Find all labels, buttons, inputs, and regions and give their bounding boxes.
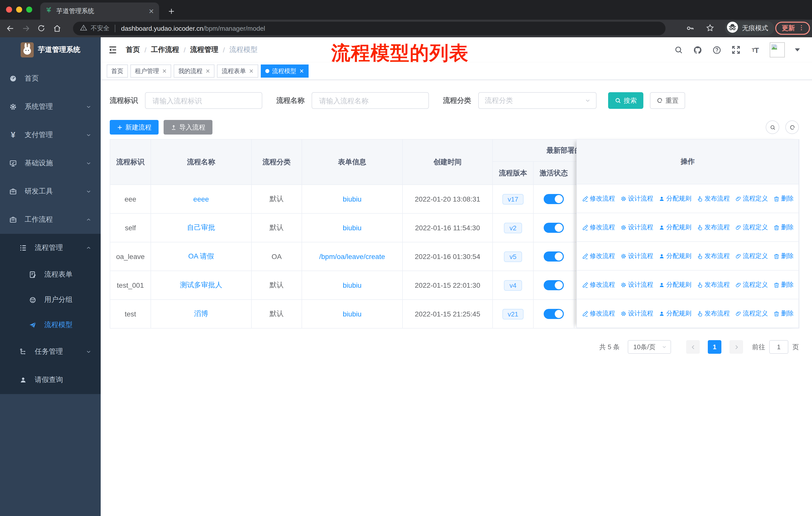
search-button[interactable]: 搜索: [608, 92, 643, 109]
avatar-caret-icon[interactable]: [795, 48, 800, 51]
gear2-action-link[interactable]: 设计流程: [620, 223, 653, 232]
breadcrumb-home[interactable]: 首页: [126, 45, 140, 54]
sidebar-item[interactable]: 用户分组: [0, 287, 101, 313]
tab-close-icon[interactable]: ✕: [148, 8, 154, 15]
active-toggle[interactable]: [544, 309, 564, 319]
edit-action-link[interactable]: 修改流程: [582, 252, 615, 260]
active-toggle[interactable]: [544, 280, 564, 290]
process-name-link[interactable]: OA 请假: [188, 252, 214, 260]
next-page-button[interactable]: [729, 340, 743, 354]
minimize-window-button[interactable]: [16, 6, 22, 12]
close-icon[interactable]: ✕: [299, 65, 304, 77]
tab-item[interactable]: 租户管理✕: [130, 64, 171, 78]
sidebar-item[interactable]: 首页: [0, 64, 101, 93]
show-search-icon[interactable]: [766, 120, 779, 134]
user2-action-link[interactable]: 分配规则: [658, 309, 691, 318]
sidebar-item[interactable]: 基础设施: [0, 149, 101, 178]
sidebar-item[interactable]: ¥支付管理: [0, 121, 101, 149]
hand-action-link[interactable]: 发布流程: [696, 309, 730, 318]
sidebar-item[interactable]: 流程表单: [0, 262, 101, 287]
active-toggle[interactable]: [544, 251, 564, 262]
edit-action-link[interactable]: 修改流程: [582, 223, 615, 232]
user2-action-link[interactable]: 分配规则: [658, 194, 691, 203]
tab-active[interactable]: 流程模型✕: [261, 64, 308, 78]
fold-sidebar-icon[interactable]: [108, 45, 118, 55]
process-name-link[interactable]: 自己审批: [187, 223, 215, 231]
key-icon[interactable]: [686, 24, 695, 35]
process-name-input[interactable]: [312, 92, 429, 109]
hand-action-link[interactable]: 发布流程: [696, 280, 730, 289]
close-icon[interactable]: ✕: [205, 65, 210, 77]
gear2-action-link[interactable]: 设计流程: [620, 194, 653, 203]
trash-action-link[interactable]: 删除: [773, 309, 794, 318]
user2-action-link[interactable]: 分配规则: [658, 223, 691, 232]
user2-action-link[interactable]: 分配规则: [658, 280, 691, 289]
breadcrumb-workflow[interactable]: 工作流程: [151, 45, 179, 54]
create-process-button[interactable]: 新建流程: [110, 120, 158, 135]
close-window-button[interactable]: [6, 6, 12, 12]
sidebar-item[interactable]: 系统管理: [0, 93, 101, 121]
process-name-field[interactable]: [318, 96, 423, 105]
security-label[interactable]: 不安全: [91, 24, 110, 33]
paperclip-action-link[interactable]: 流程定义: [735, 223, 768, 232]
hand-action-link[interactable]: 发布流程: [696, 252, 730, 260]
app-logo[interactable]: 芋道管理系统: [0, 37, 101, 62]
close-icon[interactable]: ✕: [162, 65, 167, 77]
fullscreen-icon[interactable]: [731, 45, 741, 54]
category-select[interactable]: 流程分类: [478, 92, 597, 109]
hand-action-link[interactable]: 发布流程: [696, 194, 730, 203]
sidebar-item[interactable]: 流程模型: [0, 313, 101, 337]
forward-icon[interactable]: [21, 23, 31, 33]
menu-dots-icon[interactable]: [798, 24, 805, 32]
active-toggle[interactable]: [544, 223, 564, 233]
sidebar-item[interactable]: 研发工具: [0, 178, 101, 206]
back-icon[interactable]: [5, 23, 15, 33]
breadcrumb-process-mgmt[interactable]: 流程管理: [190, 45, 219, 54]
home-icon[interactable]: [52, 23, 62, 33]
form-info-link[interactable]: /bpm/oa/leave/create: [319, 252, 385, 261]
tab-item[interactable]: 我的流程✕: [174, 64, 214, 78]
refresh-icon[interactable]: [785, 120, 799, 134]
hand-action-link[interactable]: 发布流程: [696, 223, 730, 232]
help-icon[interactable]: [712, 45, 721, 54]
close-icon[interactable]: ✕: [249, 65, 254, 77]
paperclip-action-link[interactable]: 流程定义: [735, 194, 768, 203]
trash-action-link[interactable]: 删除: [773, 280, 794, 289]
sidebar-item[interactable]: 任务管理: [0, 337, 101, 366]
page-number-1[interactable]: 1: [708, 340, 721, 354]
gear2-action-link[interactable]: 设计流程: [620, 280, 653, 289]
paperclip-action-link[interactable]: 流程定义: [735, 252, 768, 260]
process-name-link[interactable]: 滔博: [194, 309, 208, 318]
tab-item[interactable]: 流程表单✕: [217, 64, 258, 78]
page-size-select[interactable]: 10条/页: [628, 340, 671, 354]
process-id-field[interactable]: [151, 96, 256, 105]
form-info-link[interactable]: biubiu: [343, 310, 362, 318]
update-button[interactable]: 更新: [775, 22, 810, 35]
paperclip-action-link[interactable]: 流程定义: [735, 309, 768, 318]
edit-action-link[interactable]: 修改流程: [582, 194, 615, 203]
gear2-action-link[interactable]: 设计流程: [620, 309, 653, 318]
import-process-button[interactable]: 导入流程: [164, 120, 212, 135]
address-bar[interactable]: 不安全 dashboard.yudao.iocoder.cn/bpm/manag…: [73, 22, 666, 35]
process-id-input[interactable]: [145, 92, 262, 109]
form-info-link[interactable]: biubiu: [343, 224, 362, 232]
trash-action-link[interactable]: 删除: [773, 194, 794, 203]
trash-action-link[interactable]: 删除: [773, 223, 794, 232]
tab-item[interactable]: 首页: [107, 64, 128, 78]
search-icon[interactable]: [674, 45, 683, 54]
bookmark-star-icon[interactable]: [705, 23, 715, 35]
sidebar-item[interactable]: 流程管理: [0, 234, 101, 262]
edit-action-link[interactable]: 修改流程: [582, 309, 615, 318]
sidebar-item[interactable]: 请假查询: [0, 366, 101, 394]
new-tab-button[interactable]: [164, 4, 178, 18]
process-name-link[interactable]: eeee: [193, 195, 209, 203]
avatar[interactable]: [770, 42, 785, 57]
goto-page-input[interactable]: [769, 340, 788, 354]
trash-action-link[interactable]: 删除: [773, 252, 794, 260]
form-info-link[interactable]: biubiu: [343, 195, 362, 203]
sidebar-item[interactable]: 工作流程: [0, 206, 101, 234]
active-toggle[interactable]: [544, 194, 564, 204]
edit-action-link[interactable]: 修改流程: [582, 280, 615, 289]
font-size-icon[interactable]: TT: [751, 45, 760, 54]
reset-button[interactable]: 重置: [650, 92, 685, 109]
